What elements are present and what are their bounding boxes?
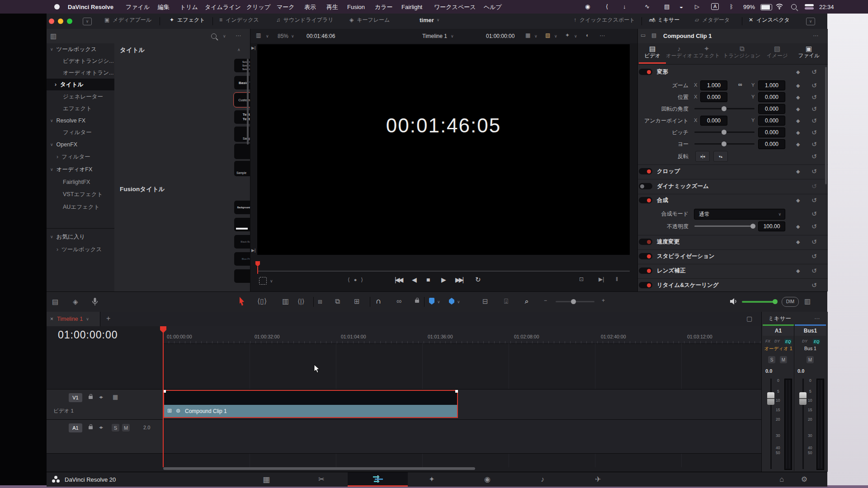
reset-icon[interactable]: ↺ [811, 197, 817, 204]
dynamic-zoom-section-header[interactable]: ダイナミックズーム ↺ [638, 181, 828, 191]
dynamic-zoom-toggle[interactable] [639, 183, 652, 189]
zoom-out-icon[interactable]: − [544, 298, 547, 303]
search-options-chevron[interactable]: ∨ [223, 34, 226, 38]
titles-scrollbar[interactable] [247, 59, 249, 145]
retime-toggle[interactable] [639, 282, 652, 288]
composite-section-header[interactable]: 合成 ◆ ↺ [638, 195, 828, 205]
keyframe-icon[interactable]: ◆ [796, 268, 800, 274]
play-reverse-button[interactable]: ◀ [412, 277, 417, 283]
reset-icon[interactable]: ↺ [811, 117, 817, 124]
keyframe-icon[interactable]: ◆ [796, 106, 800, 112]
sidebar-item-audio-transitions[interactable]: オーディオトラン... [63, 67, 113, 79]
sidebar-item-favorites-toolbox[interactable]: ›ツールボックス [57, 244, 102, 255]
eq-chip[interactable]: EQ [813, 339, 820, 344]
speed-section-header[interactable]: 速度変更 ◆ ↺ [638, 237, 828, 247]
sidebar-item-toolbox[interactable]: ∨ツールボックス [50, 43, 97, 55]
razor-edit-mode-icon[interactable]: ▥ [282, 298, 289, 305]
reset-icon[interactable]: ↺ [811, 253, 817, 260]
audio-monitor-speaker-icon[interactable] [729, 297, 737, 307]
track-lock-icon[interactable] [89, 424, 93, 429]
sound-library-button[interactable]: ♫ サウンドライブラリ [276, 17, 334, 23]
strip-name[interactable]: Bus1 [795, 326, 826, 336]
viewer-grid-chevron[interactable]: ∨ [534, 34, 538, 38]
zoom-in-icon[interactable]: + [602, 298, 605, 303]
rotation-input[interactable]: 0.000 [758, 104, 785, 114]
go-to-start-button[interactable]: |◀◀ [395, 277, 402, 283]
index-button[interactable]: ≡ インデックス [219, 17, 259, 23]
reset-icon[interactable]: ↺ [811, 238, 817, 245]
bluetooth-icon[interactable]: ᛒ [730, 4, 733, 9]
anchor-y-input[interactable]: 0.000 [758, 116, 785, 126]
inspector-button[interactable]: ✕ インスペクタ [749, 17, 790, 23]
effects-search-icon[interactable] [211, 33, 217, 39]
media-pool-button[interactable]: ▣ メディアプール [104, 17, 151, 23]
mixer-options-icon[interactable]: ⋯ [814, 316, 820, 321]
strip-solo-button[interactable]: S [768, 356, 775, 363]
add-timeline-button[interactable]: + [106, 315, 110, 322]
keyframe-icon[interactable]: ◆ [796, 141, 800, 147]
menu-trim[interactable]: トリム [180, 4, 198, 10]
tab-audio[interactable]: ♪ オーディオ [666, 45, 692, 59]
tab-effects[interactable]: ✦ エフェクト [692, 45, 721, 59]
tab-file[interactable]: ▣ ファイル [794, 45, 823, 59]
menu-workspace[interactable]: ワークスペース [434, 4, 476, 10]
strip-name[interactable]: A1 [763, 326, 794, 336]
reset-icon[interactable]: ↺ [811, 183, 817, 190]
reset-icon[interactable]: ↺ [811, 282, 817, 289]
keyframe-icon[interactable]: ◆ [796, 239, 800, 245]
keyframes-button[interactable]: ◈ キーフレーム [349, 17, 390, 23]
sidebar-item-openfx[interactable]: ∨OpenFX [50, 139, 77, 150]
transform-toggle[interactable] [639, 69, 652, 75]
strip-label[interactable]: Bus 1 [795, 346, 826, 351]
reset-icon[interactable]: ↺ [811, 141, 817, 148]
sidebar-item-resolvefx[interactable]: ∨Resolve FX [50, 115, 85, 127]
track-lock-icon[interactable] [89, 394, 93, 399]
overwrite-clip-icon[interactable]: ⧉ [335, 298, 340, 305]
flip-vertical-button[interactable]: ▾▴ [713, 151, 728, 162]
strip-label[interactable]: オーディオ 1 [763, 346, 794, 351]
viewer-video[interactable]: 00:01:46:05 [257, 44, 630, 255]
timeline-playhead-timecode[interactable]: 01:00:00:00 [58, 330, 118, 340]
solo-button[interactable]: S [112, 424, 119, 432]
reset-icon[interactable]: ↺ [811, 105, 817, 113]
sidebar-item-titles[interactable]: ›タイトル [55, 79, 83, 90]
strip-mute-button[interactable]: M [780, 356, 787, 363]
window-zoom-button[interactable] [67, 19, 72, 24]
auto-select-icon[interactable]: ◂▸ [99, 394, 102, 399]
go-to-end-button[interactable]: ▶▶| [455, 277, 462, 283]
sidebar-item-audiofx[interactable]: ∨オーディオFX [50, 164, 92, 175]
inspector-layout-button[interactable]: ∨ [806, 18, 815, 25]
effects-library-button[interactable]: ✦ エフェクト [170, 17, 205, 23]
zoom-full-extent-icon[interactable]: ⊟ [482, 298, 488, 305]
menu-view[interactable]: 表示 [304, 4, 316, 10]
mixer-button[interactable]: ⫙⫚ ミキサー [649, 17, 679, 23]
pitch-slider[interactable] [694, 131, 755, 133]
viewer-playhead-marker[interactable] [255, 261, 260, 267]
loop-button[interactable]: ↻ [475, 276, 481, 283]
viewer-options-icon[interactable]: ⋯ [599, 33, 605, 38]
fusion-title-item-call-out[interactable]: Call Out [234, 269, 250, 283]
browser-options-icon[interactable]: ⋯ [236, 33, 241, 38]
snapping-magnet-icon[interactable]: ∩ [376, 297, 381, 305]
crop-section-header[interactable]: クロップ ◆ ↺ [638, 166, 828, 176]
rotation-slider[interactable] [694, 108, 755, 109]
tab-image[interactable]: ▧ イメージ [763, 45, 792, 59]
window-minimize-button[interactable] [58, 19, 63, 24]
position-y-input[interactable]: 0.000 [758, 92, 785, 102]
metadata-button[interactable]: ▱ メタデータ [695, 17, 730, 23]
viewer-transform-chevron[interactable]: ∨ [270, 279, 273, 283]
jog-control[interactable]: ⟨●⟩ [348, 277, 363, 283]
menu-help[interactable]: ヘルプ [484, 4, 502, 10]
timeline-view-options-icon[interactable]: ▤ [52, 298, 58, 305]
reset-icon[interactable]: ↺ [811, 223, 817, 230]
zoom-detail-icon[interactable]: ⍗ [504, 298, 508, 305]
menu-fairlight[interactable]: Fairlight [401, 4, 422, 10]
video-track-name[interactable]: ビデオ 1 [53, 408, 74, 414]
sidebar-item-openfx-filter[interactable]: ›フィルター [57, 151, 90, 163]
retime-section-header[interactable]: リタイム&スケーリング ↺ [638, 280, 828, 290]
video-track-badge[interactable]: V1 [69, 393, 82, 402]
flag-chevron[interactable]: ∨ [437, 300, 440, 304]
speed-toggle[interactable] [639, 239, 652, 245]
page-fairlight-button[interactable]: ♪ [533, 472, 552, 487]
timeline-list-icon[interactable]: ▢ [746, 315, 752, 322]
